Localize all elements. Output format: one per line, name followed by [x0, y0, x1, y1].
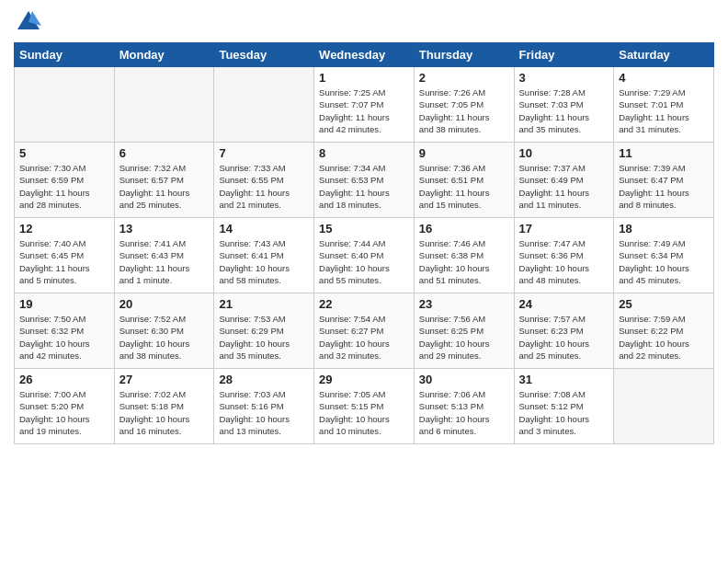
header [14, 9, 714, 35]
day-info: Sunrise: 7:37 AM Sunset: 6:49 PM Dayligh… [519, 162, 609, 211]
day-cell: 28Sunrise: 7:03 AM Sunset: 5:16 PM Dayli… [214, 369, 314, 444]
day-cell: 12Sunrise: 7:40 AM Sunset: 6:45 PM Dayli… [15, 218, 115, 293]
logo [14, 9, 41, 35]
day-number: 20 [119, 297, 210, 311]
day-number: 16 [419, 222, 509, 236]
day-number: 9 [419, 146, 509, 160]
day-number: 21 [219, 297, 309, 311]
day-info: Sunrise: 7:39 AM Sunset: 6:47 PM Dayligh… [619, 162, 709, 211]
day-cell [114, 67, 214, 143]
day-cell: 14Sunrise: 7:43 AM Sunset: 6:41 PM Dayli… [214, 218, 314, 293]
day-cell: 17Sunrise: 7:47 AM Sunset: 6:36 PM Dayli… [514, 218, 614, 293]
day-cell: 3Sunrise: 7:28 AM Sunset: 7:03 PM Daylig… [514, 67, 614, 143]
day-number: 17 [519, 222, 609, 236]
day-cell: 18Sunrise: 7:49 AM Sunset: 6:34 PM Dayli… [614, 218, 714, 293]
week-row-3: 19Sunrise: 7:50 AM Sunset: 6:32 PM Dayli… [15, 293, 714, 369]
day-cell: 13Sunrise: 7:41 AM Sunset: 6:43 PM Dayli… [114, 218, 214, 293]
week-row-2: 12Sunrise: 7:40 AM Sunset: 6:45 PM Dayli… [15, 218, 714, 293]
day-info: Sunrise: 7:36 AM Sunset: 6:51 PM Dayligh… [419, 162, 509, 211]
day-number: 26 [19, 373, 109, 386]
weekday-header-monday: Monday [114, 43, 214, 67]
day-number: 11 [619, 146, 709, 160]
day-number: 2 [419, 71, 509, 85]
day-info: Sunrise: 7:59 AM Sunset: 6:22 PM Dayligh… [619, 313, 709, 362]
day-info: Sunrise: 7:43 AM Sunset: 6:41 PM Dayligh… [219, 237, 309, 286]
weekday-header-tuesday: Tuesday [214, 43, 314, 67]
day-info: Sunrise: 7:00 AM Sunset: 5:20 PM Dayligh… [19, 388, 109, 437]
day-info: Sunrise: 7:44 AM Sunset: 6:40 PM Dayligh… [319, 237, 409, 286]
day-info: Sunrise: 7:26 AM Sunset: 7:05 PM Dayligh… [419, 86, 509, 135]
day-info: Sunrise: 7:03 AM Sunset: 5:16 PM Dayligh… [219, 388, 309, 437]
logo-icon [16, 9, 41, 35]
day-info: Sunrise: 7:56 AM Sunset: 6:25 PM Dayligh… [419, 313, 509, 362]
weekday-header-wednesday: Wednesday [314, 43, 415, 67]
day-cell: 8Sunrise: 7:34 AM Sunset: 6:53 PM Daylig… [314, 143, 415, 218]
day-number: 13 [119, 222, 210, 236]
day-info: Sunrise: 7:05 AM Sunset: 5:15 PM Dayligh… [319, 388, 409, 437]
day-info: Sunrise: 7:47 AM Sunset: 6:36 PM Dayligh… [519, 237, 609, 286]
day-info: Sunrise: 7:29 AM Sunset: 7:01 PM Dayligh… [619, 86, 709, 135]
weekday-header-sunday: Sunday [15, 43, 115, 67]
day-info: Sunrise: 7:49 AM Sunset: 6:34 PM Dayligh… [619, 237, 709, 286]
day-info: Sunrise: 7:54 AM Sunset: 6:27 PM Dayligh… [319, 313, 409, 362]
day-info: Sunrise: 7:32 AM Sunset: 6:57 PM Dayligh… [119, 162, 210, 211]
day-info: Sunrise: 7:02 AM Sunset: 5:18 PM Dayligh… [119, 388, 210, 437]
day-number: 1 [319, 71, 409, 85]
day-cell: 30Sunrise: 7:06 AM Sunset: 5:13 PM Dayli… [414, 369, 514, 444]
week-row-4: 26Sunrise: 7:00 AM Sunset: 5:20 PM Dayli… [15, 369, 714, 444]
day-number: 10 [519, 146, 609, 160]
day-info: Sunrise: 7:57 AM Sunset: 6:23 PM Dayligh… [519, 313, 609, 362]
day-number: 28 [219, 373, 309, 386]
weekday-header-row: SundayMondayTuesdayWednesdayThursdayFrid… [15, 43, 714, 67]
day-cell: 5Sunrise: 7:30 AM Sunset: 6:59 PM Daylig… [15, 143, 115, 218]
calendar: SundayMondayTuesdayWednesdayThursdayFrid… [14, 42, 714, 444]
day-info: Sunrise: 7:53 AM Sunset: 6:29 PM Dayligh… [219, 313, 309, 362]
day-number: 27 [119, 373, 210, 386]
day-number: 24 [519, 297, 609, 311]
day-cell: 27Sunrise: 7:02 AM Sunset: 5:18 PM Dayli… [114, 369, 214, 444]
day-number: 12 [19, 222, 109, 236]
day-number: 6 [119, 146, 210, 160]
day-number: 15 [319, 222, 409, 236]
day-info: Sunrise: 7:50 AM Sunset: 6:32 PM Dayligh… [19, 313, 109, 362]
day-info: Sunrise: 7:52 AM Sunset: 6:30 PM Dayligh… [119, 313, 210, 362]
day-cell: 20Sunrise: 7:52 AM Sunset: 6:30 PM Dayli… [114, 293, 214, 369]
day-number: 5 [19, 146, 109, 160]
day-cell: 4Sunrise: 7:29 AM Sunset: 7:01 PM Daylig… [614, 67, 714, 143]
week-row-1: 5Sunrise: 7:30 AM Sunset: 6:59 PM Daylig… [15, 143, 714, 218]
day-info: Sunrise: 7:25 AM Sunset: 7:07 PM Dayligh… [319, 86, 409, 135]
day-number: 31 [519, 373, 609, 386]
day-info: Sunrise: 7:08 AM Sunset: 5:12 PM Dayligh… [519, 388, 609, 437]
day-cell [614, 369, 714, 444]
day-cell: 2Sunrise: 7:26 AM Sunset: 7:05 PM Daylig… [414, 67, 514, 143]
day-number: 4 [619, 71, 709, 85]
day-number: 19 [19, 297, 109, 311]
day-info: Sunrise: 7:33 AM Sunset: 6:55 PM Dayligh… [219, 162, 309, 211]
weekday-header-saturday: Saturday [614, 43, 714, 67]
day-cell: 6Sunrise: 7:32 AM Sunset: 6:57 PM Daylig… [114, 143, 214, 218]
day-cell: 7Sunrise: 7:33 AM Sunset: 6:55 PM Daylig… [214, 143, 314, 218]
day-number: 3 [519, 71, 609, 85]
day-number: 14 [219, 222, 309, 236]
day-cell: 23Sunrise: 7:56 AM Sunset: 6:25 PM Dayli… [414, 293, 514, 369]
day-cell: 15Sunrise: 7:44 AM Sunset: 6:40 PM Dayli… [314, 218, 415, 293]
day-number: 7 [219, 146, 309, 160]
day-cell: 21Sunrise: 7:53 AM Sunset: 6:29 PM Dayli… [214, 293, 314, 369]
day-info: Sunrise: 7:06 AM Sunset: 5:13 PM Dayligh… [419, 388, 509, 437]
weekday-header-thursday: Thursday [414, 43, 514, 67]
day-cell: 11Sunrise: 7:39 AM Sunset: 6:47 PM Dayli… [614, 143, 714, 218]
day-info: Sunrise: 7:34 AM Sunset: 6:53 PM Dayligh… [319, 162, 409, 211]
week-row-0: 1Sunrise: 7:25 AM Sunset: 7:07 PM Daylig… [15, 67, 714, 143]
day-number: 18 [619, 222, 709, 236]
day-cell: 19Sunrise: 7:50 AM Sunset: 6:32 PM Dayli… [15, 293, 115, 369]
day-cell: 10Sunrise: 7:37 AM Sunset: 6:49 PM Dayli… [514, 143, 614, 218]
weekday-header-friday: Friday [514, 43, 614, 67]
day-cell: 1Sunrise: 7:25 AM Sunset: 7:07 PM Daylig… [314, 67, 415, 143]
day-info: Sunrise: 7:30 AM Sunset: 6:59 PM Dayligh… [19, 162, 109, 211]
day-cell [15, 67, 115, 143]
day-number: 25 [619, 297, 709, 311]
page: SundayMondayTuesdayWednesdayThursdayFrid… [0, 0, 728, 563]
day-cell: 29Sunrise: 7:05 AM Sunset: 5:15 PM Dayli… [314, 369, 415, 444]
day-info: Sunrise: 7:40 AM Sunset: 6:45 PM Dayligh… [19, 237, 109, 286]
day-cell: 31Sunrise: 7:08 AM Sunset: 5:12 PM Dayli… [514, 369, 614, 444]
